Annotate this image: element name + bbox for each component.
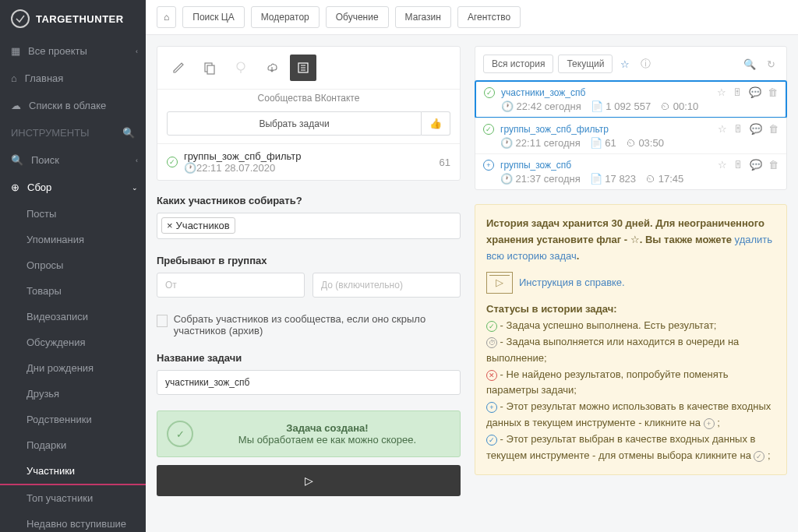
search-icon[interactable]: 🔍 bbox=[740, 57, 759, 72]
members-group: Каких участников собирать? ×Участников bbox=[157, 195, 461, 239]
sidebar-item-friends[interactable]: Друзья bbox=[0, 381, 146, 407]
task-name-input[interactable] bbox=[157, 370, 461, 395]
members-label: Каких участников собирать? bbox=[157, 195, 461, 206]
select-task-row: Выбрать задачи 👍 bbox=[167, 111, 450, 136]
task-info: группы_зож_спб_фильтр 🕐22:11 28.07.2020 bbox=[184, 150, 302, 174]
history-title[interactable]: участники_зож_спб bbox=[501, 87, 585, 98]
nav-agency[interactable]: Агентство bbox=[457, 6, 521, 28]
history-item[interactable]: + группы_зож_спб ☆ 🎚 💬 🗑 🕐 21:37 сегодня… bbox=[475, 153, 786, 189]
duration-meta: ⏲ 17:45 bbox=[645, 173, 683, 185]
home-button[interactable]: ⌂ bbox=[157, 6, 176, 28]
member-tag[interactable]: ×Участников bbox=[161, 217, 235, 234]
sidebar-item-members[interactable]: Участники bbox=[0, 458, 146, 485]
sidebar-search[interactable]: 🔍 Поиск ‹ bbox=[0, 146, 146, 174]
sidebar-item-mentions[interactable]: Упоминания bbox=[0, 227, 146, 252]
sliders-icon[interactable]: 🎚 bbox=[733, 123, 743, 135]
star-icon[interactable]: ☆ bbox=[617, 57, 633, 72]
cloud-download-icon[interactable] bbox=[259, 55, 285, 81]
sidebar-item-gifts[interactable]: Подарки bbox=[0, 432, 146, 458]
trash-icon[interactable]: 🗑 bbox=[768, 159, 779, 171]
thumb-up-icon[interactable]: 👍 bbox=[422, 111, 450, 136]
members-input[interactable]: ×Участников bbox=[157, 213, 461, 239]
sidebar-item-posts[interactable]: Посты bbox=[0, 201, 146, 227]
instruction-link[interactable]: Инструкция в справке. bbox=[519, 275, 625, 291]
checkbox[interactable] bbox=[157, 315, 168, 327]
archive-checkbox-row[interactable]: Собрать участников из сообщества, если о… bbox=[157, 313, 461, 336]
search-icon[interactable]: 🔍 bbox=[122, 127, 135, 139]
history-title[interactable]: группы_зож_спб_фильтр bbox=[500, 124, 609, 135]
sidebar-label: Сбор bbox=[27, 181, 51, 193]
topbar: ⌂ Поиск ЦА Модератор Обучение Магазин Аг… bbox=[146, 0, 798, 35]
star-icon[interactable]: ☆ bbox=[718, 123, 727, 135]
pin-icon[interactable] bbox=[228, 55, 254, 81]
source-toolbar bbox=[157, 47, 460, 90]
star-icon[interactable]: ☆ bbox=[717, 86, 726, 98]
sidebar-item-birthdays[interactable]: Дни рождения bbox=[0, 355, 146, 381]
cloud-icon: ☁ bbox=[11, 100, 21, 111]
history-item[interactable]: ✓ участники_зож_спб ☆ 🎚 💬 🗑 🕐 22:42 сего… bbox=[475, 80, 787, 118]
status-desc: - Этот результат можно использовать в ка… bbox=[486, 400, 771, 428]
brand-logo[interactable]: TARGETHUNTER bbox=[0, 0, 146, 37]
duration-meta: ⏲ 00:10 bbox=[660, 100, 698, 112]
sidebar-collect-items: Посты Упоминания Опросы Товары Видеозапи… bbox=[0, 201, 146, 532]
svg-rect-1 bbox=[207, 65, 214, 74]
sidebar-item-top-members[interactable]: Топ участники bbox=[0, 485, 146, 511]
comment-icon[interactable]: 💬 bbox=[749, 86, 761, 98]
task-row[interactable]: ✓ группы_зож_спб_фильтр 🕐22:11 28.07.202… bbox=[157, 143, 460, 180]
sidebar-label: Все проекты bbox=[28, 45, 87, 57]
copy-icon[interactable] bbox=[196, 55, 223, 81]
nav-shop[interactable]: Магазин bbox=[395, 6, 451, 28]
logo-icon bbox=[11, 9, 30, 28]
play-square-icon: ▷ bbox=[486, 272, 513, 294]
to-input[interactable] bbox=[312, 273, 461, 298]
trash-icon[interactable]: 🗑 bbox=[768, 123, 779, 135]
comment-icon[interactable]: 💬 bbox=[750, 159, 762, 171]
home-icon: ⌂ bbox=[11, 72, 17, 84]
history-title[interactable]: группы_зож_спб bbox=[500, 160, 571, 171]
nav-learning[interactable]: Обучение bbox=[326, 6, 389, 28]
history-item[interactable]: ✓ группы_зож_спб_фильтр ☆ 🎚 💬 🗑 🕐 22:11 … bbox=[475, 118, 786, 153]
comment-icon[interactable]: 💬 bbox=[750, 123, 762, 135]
task-name-label: Название задачи bbox=[157, 352, 461, 364]
history-all-button[interactable]: Вся история bbox=[483, 55, 553, 73]
history-current-button[interactable]: Текущий bbox=[558, 55, 613, 73]
task-count: 61 bbox=[440, 157, 450, 168]
check-icon: ✓ bbox=[167, 421, 193, 447]
close-icon[interactable]: × bbox=[167, 220, 173, 231]
run-button[interactable]: ▷ bbox=[157, 465, 461, 496]
star-icon[interactable]: ☆ bbox=[718, 159, 727, 171]
chevron-left-icon: ‹ bbox=[136, 48, 138, 55]
status-plus-icon: + bbox=[704, 418, 715, 429]
sidebar-home[interactable]: ⌂ Главная bbox=[0, 65, 146, 92]
sidebar-all-projects[interactable]: ▦ Все проекты ‹ bbox=[0, 37, 146, 65]
sidebar-item-discussions[interactable]: Обсуждения bbox=[0, 329, 146, 355]
trash-icon[interactable]: 🗑 bbox=[768, 86, 778, 98]
select-tasks-button[interactable]: Выбрать задачи bbox=[167, 111, 422, 136]
sidebar-item-recent[interactable]: Недавно вступившие bbox=[0, 511, 146, 532]
refresh-icon[interactable]: ↻ bbox=[764, 57, 779, 72]
main: ⌂ Поиск ЦА Модератор Обучение Магазин Аг… bbox=[146, 0, 798, 532]
info-text: . Вы также можете bbox=[640, 234, 735, 245]
sliders-icon[interactable]: 🎚 bbox=[733, 86, 743, 98]
nav-search-ca[interactable]: Поиск ЦА bbox=[182, 6, 244, 28]
sidebar-item-products[interactable]: Товары bbox=[0, 278, 146, 304]
sidebar-cloud-lists[interactable]: ☁ Списки в облаке bbox=[0, 92, 146, 119]
sliders-icon[interactable]: 🎚 bbox=[733, 159, 743, 171]
success-subtitle: Мы обработаем ее как можно скорее. bbox=[238, 434, 416, 446]
right-column: Вся история Текущий ☆ ⓘ 🔍 ↻ ✓ участники_… bbox=[475, 46, 787, 521]
info-icon[interactable]: ⓘ bbox=[637, 55, 654, 72]
history-list: ✓ участники_зож_спб ☆ 🎚 💬 🗑 🕐 22:42 сего… bbox=[475, 80, 786, 189]
edit-icon[interactable] bbox=[165, 55, 192, 81]
list-icon[interactable] bbox=[290, 55, 316, 81]
sidebar-item-relatives[interactable]: Родственники bbox=[0, 407, 146, 432]
sidebar-collect[interactable]: ⊕ Сбор ⌄ bbox=[0, 174, 146, 201]
time-meta: 🕐 21:37 сегодня bbox=[500, 173, 581, 185]
nav-moderator[interactable]: Модератор bbox=[251, 6, 320, 28]
chevron-down-icon: ⌄ bbox=[132, 184, 138, 192]
sidebar-item-polls[interactable]: Опросы bbox=[0, 252, 146, 278]
sidebar-item-videos[interactable]: Видеозаписи bbox=[0, 304, 146, 329]
from-input[interactable] bbox=[157, 273, 305, 298]
count-meta: 📄 61 bbox=[590, 137, 616, 149]
collect-icon: ⊕ bbox=[11, 181, 19, 193]
status-selected-icon: ✓ bbox=[486, 435, 497, 446]
